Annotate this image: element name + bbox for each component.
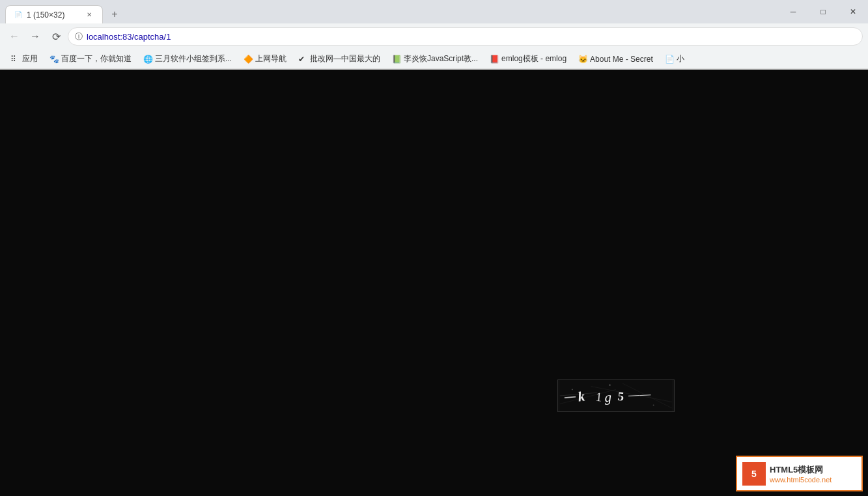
- captcha-image: — k 1 g 5 ——: [558, 380, 674, 411]
- bookmark-shangwang[interactable]: 🔶 上网导航: [238, 52, 292, 66]
- forward-button[interactable]: →: [26, 27, 44, 46]
- bookmark-pigang[interactable]: ✔ 批改网—中国最大的: [293, 52, 385, 66]
- bookmarks-bar: ⠿ 应用 🐾 百度一下，你就知道 🌐 三月软件小组签到系... 🔶 上网导航 ✔…: [0, 49, 868, 69]
- security-icon: ⓘ: [75, 31, 83, 42]
- captcha-container: — k 1 g 5 ——: [557, 379, 675, 412]
- aboutme-favicon: 🐱: [578, 55, 587, 64]
- address-bar[interactable]: ⓘ localhost:83/captcha/1: [68, 27, 863, 46]
- pigang-label: 批改网—中国最大的: [310, 53, 380, 64]
- liyanhuai-label: 李炎恢JavaScript教...: [404, 53, 478, 64]
- sanyue-favicon: 🌐: [143, 55, 152, 64]
- badge-text-container: HTML5模板网 www.html5code.net: [770, 464, 832, 484]
- bookmark-sanyue[interactable]: 🌐 三月软件小组签到系...: [138, 52, 237, 66]
- aboutme-label: About Me - Secret: [590, 55, 653, 64]
- svg-text:——: ——: [628, 387, 651, 402]
- html5-number: 5: [751, 469, 757, 479]
- new-tab-button[interactable]: +: [105, 5, 124, 23]
- emlog-label: emlog模板 - emlog: [501, 53, 567, 64]
- tab-bar: 📄 1 (150×32) ✕ + ─ □ ✕: [0, 0, 868, 23]
- svg-point-11: [572, 389, 573, 390]
- bookmark-baidu[interactable]: 🐾 百度一下，你就知道: [44, 52, 137, 66]
- browser-chrome: 📄 1 (150×32) ✕ + ─ □ ✕ ← → ⟳ ⓘ localhost…: [0, 0, 868, 70]
- minimize-button[interactable]: ─: [778, 1, 808, 22]
- shangwang-label: 上网导航: [255, 53, 287, 64]
- baidu-label: 百度一下，你就知道: [61, 53, 132, 64]
- pigang-favicon: ✔: [298, 55, 307, 64]
- svg-point-13: [609, 384, 611, 386]
- liyanhuai-favicon: 📗: [392, 55, 401, 64]
- tab-favicon: 📄: [14, 10, 23, 20]
- window-controls: ─ □ ✕: [778, 0, 868, 23]
- small-label: 小: [677, 53, 684, 64]
- small-favicon: 📄: [665, 55, 674, 64]
- nav-bar: ← → ⟳ ⓘ localhost:83/captcha/1: [0, 23, 868, 49]
- bookmark-aboutme[interactable]: 🐱 About Me - Secret: [573, 53, 658, 65]
- badge-url: www.html5code.net: [770, 476, 832, 484]
- tab-close-button[interactable]: ✕: [84, 10, 94, 20]
- bookmark-small[interactable]: 📄 小: [660, 52, 690, 66]
- svg-point-12: [653, 404, 654, 406]
- baidu-favicon: 🐾: [49, 55, 59, 64]
- back-button[interactable]: ←: [5, 27, 23, 46]
- apps-favicon: ⠿: [10, 55, 20, 64]
- url-text: localhost:83/captcha/1: [87, 32, 171, 42]
- bookmark-emlog[interactable]: 📕 emlog模板 - emlog: [484, 52, 572, 66]
- html5-icon: 5: [742, 462, 766, 486]
- svg-text:1: 1: [595, 390, 602, 404]
- tab-title: 1 (150×32): [27, 10, 81, 20]
- apps-label: 应用: [22, 53, 38, 64]
- maximize-button[interactable]: □: [808, 1, 838, 22]
- page-content: — k 1 g 5 —— 5 HTML5模板网 www.html5code.ne…: [0, 70, 868, 496]
- reload-button[interactable]: ⟳: [47, 27, 65, 46]
- shangwang-favicon: 🔶: [244, 55, 253, 64]
- active-tab[interactable]: 📄 1 (150×32) ✕: [5, 5, 103, 23]
- bookmark-liyanhuai[interactable]: 📗 李炎恢JavaScript教...: [387, 52, 483, 66]
- badge-title: HTML5模板网: [770, 464, 832, 476]
- svg-rect-0: [560, 380, 673, 411]
- svg-text:—: —: [564, 389, 577, 403]
- emlog-favicon: 📕: [490, 55, 499, 64]
- close-button[interactable]: ✕: [838, 1, 868, 22]
- bookmark-apps[interactable]: ⠿ 应用: [5, 52, 43, 66]
- sanyue-label: 三月软件小组签到系...: [155, 53, 232, 64]
- watermark-badge[interactable]: 5 HTML5模板网 www.html5code.net: [736, 456, 863, 491]
- svg-text:g: g: [604, 389, 612, 406]
